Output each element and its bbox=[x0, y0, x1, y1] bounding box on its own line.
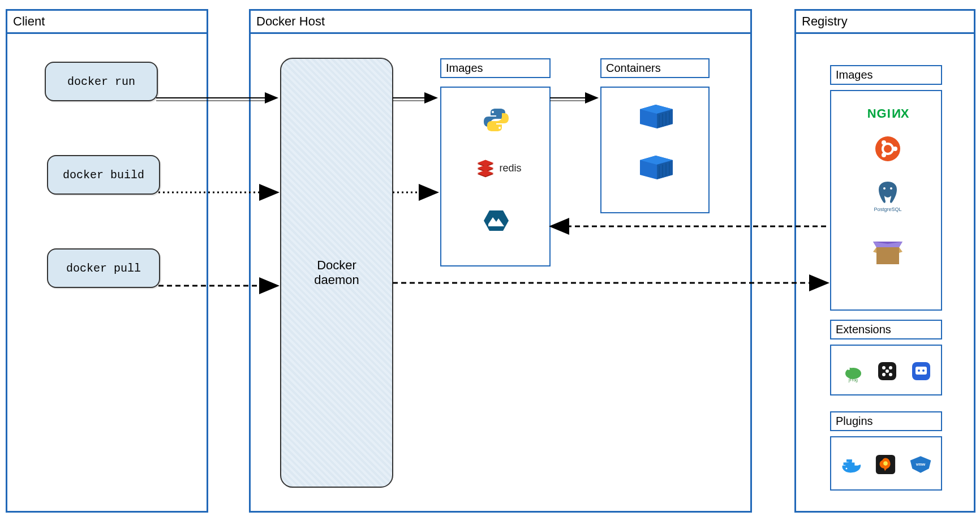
svg-point-23 bbox=[882, 373, 886, 376]
cmd-pull-text: docker pull bbox=[66, 262, 141, 275]
svg-rect-32 bbox=[849, 462, 852, 465]
svg-rect-30 bbox=[844, 462, 846, 465]
python-image-icon bbox=[482, 106, 510, 134]
svg-point-37 bbox=[883, 461, 888, 466]
nginx-icon: NGINX bbox=[857, 105, 919, 123]
svg-rect-34 bbox=[849, 459, 852, 462]
cmd-run-text: docker run bbox=[67, 75, 135, 88]
registry-images-title-text: Images bbox=[836, 68, 873, 81]
client-panel: Client docker run docker build docker pu… bbox=[6, 9, 208, 513]
host-title-text: Docker Host bbox=[256, 14, 325, 28]
registry-plugins-title: Plugins bbox=[830, 411, 942, 431]
svg-point-12 bbox=[882, 140, 886, 145]
registry-images-box: NGINX PostgreSQL bbox=[830, 90, 942, 311]
package-box-icon bbox=[870, 234, 906, 270]
host-images-title: Images bbox=[440, 58, 551, 78]
host-containers-box bbox=[600, 87, 710, 213]
svg-point-21 bbox=[882, 366, 886, 369]
docker-daemon: Docker daemon bbox=[280, 58, 393, 488]
svg-point-25 bbox=[886, 369, 889, 373]
registry-panel-title: Registry bbox=[794, 9, 975, 34]
svg-point-13 bbox=[882, 153, 886, 157]
cmd-build-text: docker build bbox=[63, 169, 144, 182]
cmd-docker-build: docker build bbox=[47, 155, 160, 195]
registry-title-text: Registry bbox=[802, 14, 848, 28]
host-images-box: redis bbox=[440, 87, 551, 266]
app-ext-icon bbox=[909, 359, 933, 383]
registry-extensions-box: jFrog bbox=[830, 345, 942, 395]
postgres-icon: PostgreSQL bbox=[871, 176, 905, 216]
host-containers-title-text: Containers bbox=[606, 62, 661, 74]
container-2-icon bbox=[637, 153, 676, 182]
host-panel: Docker Host Docker daemon Images redis bbox=[249, 9, 752, 513]
vmware-plugin-icon: vmw bbox=[908, 453, 933, 476]
svg-rect-31 bbox=[846, 462, 849, 465]
svg-marker-0 bbox=[484, 210, 509, 231]
registry-panel: Registry Images NGINX PostgreSQL bbox=[794, 9, 975, 513]
redis-label: redis bbox=[499, 162, 521, 174]
grafana-plugin-icon bbox=[874, 453, 897, 476]
host-panel-title: Docker Host bbox=[249, 9, 752, 34]
svg-point-24 bbox=[889, 373, 892, 376]
redis-image-icon: redis bbox=[462, 157, 535, 179]
daemon-label: Docker daemon bbox=[314, 258, 359, 287]
svg-text:vmw: vmw bbox=[916, 462, 926, 467]
registry-images-title: Images bbox=[830, 65, 942, 85]
client-panel-title: Client bbox=[6, 9, 208, 34]
registry-extensions-title: Extensions bbox=[830, 320, 942, 339]
docker-plugin-icon bbox=[839, 453, 864, 476]
svg-rect-27 bbox=[915, 367, 927, 375]
ubuntu-icon bbox=[875, 136, 900, 161]
svg-point-14 bbox=[883, 187, 886, 190]
jfrog-ext-icon: jFrog bbox=[841, 359, 865, 383]
svg-point-35 bbox=[846, 468, 848, 470]
registry-plugins-title-text: Plugins bbox=[836, 415, 873, 427]
cmd-docker-pull: docker pull bbox=[47, 248, 160, 288]
registry-plugins-box: vmw bbox=[830, 436, 942, 491]
svg-text:jFrog: jFrog bbox=[848, 378, 858, 382]
svg-point-18 bbox=[848, 368, 850, 370]
alpine-image-icon bbox=[482, 207, 510, 235]
client-title-text: Client bbox=[13, 14, 45, 28]
host-images-title-text: Images bbox=[446, 62, 483, 74]
svg-point-22 bbox=[889, 366, 892, 369]
svg-point-29 bbox=[922, 369, 925, 372]
host-containers-title: Containers bbox=[600, 58, 710, 78]
portainer-ext-icon bbox=[875, 359, 899, 383]
cmd-docker-run: docker run bbox=[45, 62, 158, 101]
registry-extensions-title-text: Extensions bbox=[836, 323, 891, 336]
container-1-icon bbox=[637, 102, 676, 131]
svg-point-15 bbox=[890, 187, 892, 190]
svg-rect-33 bbox=[846, 459, 849, 462]
svg-point-11 bbox=[893, 147, 897, 151]
svg-point-28 bbox=[918, 369, 920, 372]
